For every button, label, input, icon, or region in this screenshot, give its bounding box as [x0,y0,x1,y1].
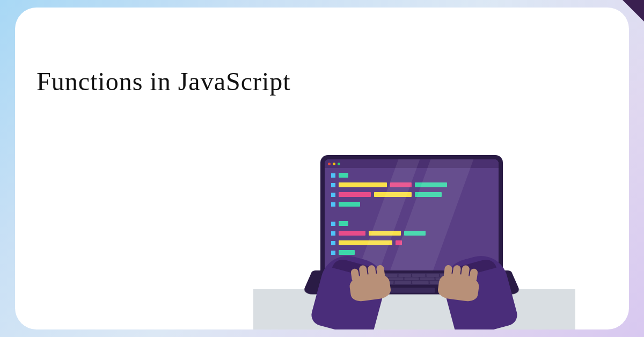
line-bullet-icon [331,241,335,245]
code-line [331,182,492,188]
code-token [339,173,348,178]
code-line [331,201,492,207]
code-token [339,250,355,255]
line-bullet-icon [331,173,335,178]
line-bullet-icon [331,251,335,255]
line-bullet-icon [331,222,335,226]
close-dot-icon [328,163,331,165]
line-bullet-icon [331,183,335,187]
title-card: Functions in JavaScript [15,8,629,329]
minimize-dot-icon [333,163,335,165]
trackpad [388,288,435,292]
line-bullet-icon [331,193,335,197]
code-token [339,221,348,226]
code-token [339,231,365,236]
line-bullet-icon [331,202,335,207]
line-bullet-icon [331,231,335,236]
maximize-dot-icon [338,163,340,165]
desk-surface [253,289,575,329]
laptop-illustration [275,126,554,329]
code-token [339,182,387,187]
code-token [339,202,360,207]
code-token [339,192,371,197]
page-title: Functions in JavaScript [36,67,291,96]
code-line [331,192,492,197]
